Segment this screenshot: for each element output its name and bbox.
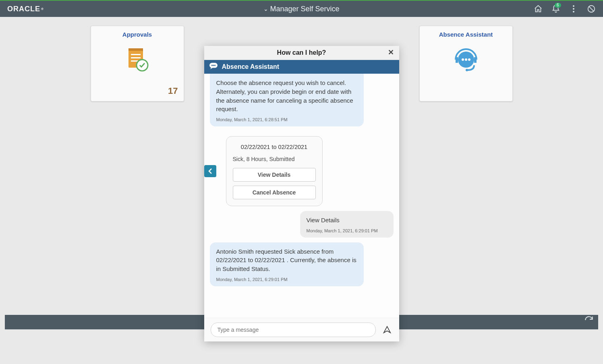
- card-date-range: 02/22/2021 to 02/22/2021: [233, 144, 316, 150]
- notification-badge: 6: [555, 3, 561, 8]
- oracle-logo: ORACLE®: [7, 5, 44, 13]
- send-icon[interactable]: [381, 324, 393, 335]
- view-details-button[interactable]: View Details: [233, 168, 316, 182]
- tile-count: 17: [168, 86, 178, 96]
- user-message: View Details Monday, March 1, 2021, 6:29…: [300, 211, 394, 238]
- message-text: Choose the absence request you wish to c…: [216, 79, 357, 114]
- svg-point-16: [211, 65, 212, 66]
- svg-rect-6: [131, 54, 141, 55]
- message-text: View Details: [307, 216, 387, 225]
- topbar-actions: 6: [533, 4, 603, 14]
- chat-subhead-text: Absence Assistant: [222, 63, 280, 70]
- carousel-prev-button[interactable]: [204, 165, 216, 177]
- tile-absence-assistant[interactable]: Absence Assistant: [419, 26, 513, 101]
- svg-point-13: [468, 58, 470, 61]
- svg-point-14: [466, 69, 468, 71]
- svg-point-0: [573, 5, 574, 7]
- refresh-icon[interactable]: [584, 315, 594, 327]
- nav-icon[interactable]: [586, 4, 597, 14]
- chat-input-row: [204, 318, 399, 341]
- absence-card: 02/22/2021 to 02/22/2021 Sick, 8 Hours, …: [226, 136, 323, 206]
- message-input[interactable]: [211, 323, 376, 337]
- svg-rect-7: [131, 57, 141, 58]
- card-carousel: 02/22/2021 to 02/22/2021 Sick, 8 Hours, …: [210, 136, 394, 206]
- chat-titlebar: How can I help? ✕: [204, 46, 399, 60]
- chat-subhead: Absence Assistant: [204, 60, 399, 74]
- cancel-absence-button[interactable]: Cancel Absence: [233, 186, 316, 199]
- assistant-icon: [420, 45, 512, 77]
- actions-menu-icon[interactable]: [568, 4, 579, 14]
- tile-title: Approvals: [91, 26, 184, 38]
- tile-approvals[interactable]: Approvals 17: [91, 26, 184, 101]
- svg-point-11: [462, 58, 464, 61]
- page-title: Manager Self Service: [270, 5, 339, 13]
- chat-body[interactable]: Choose the absence request you wish to c…: [204, 74, 399, 318]
- close-icon[interactable]: ✕: [386, 48, 396, 57]
- card-subtitle: Sick, 8 Hours, Submitted: [233, 156, 316, 162]
- chat-bubble-icon: [209, 62, 218, 71]
- svg-point-1: [573, 8, 574, 10]
- message-timestamp: Monday, March 1, 2021, 6:29:01 PM: [216, 277, 357, 283]
- approvals-icon: [91, 45, 184, 74]
- svg-point-12: [465, 58, 467, 61]
- chat-title-text: How can I help?: [277, 49, 326, 56]
- topbar: ORACLE® ⌄ Manager Self Service 6: [0, 0, 603, 17]
- message-text: Antonio Smith requested Sick absence fro…: [216, 247, 357, 273]
- message-timestamp: Monday, March 1, 2021, 6:28:51 PM: [216, 117, 357, 123]
- home-icon[interactable]: [533, 4, 543, 14]
- svg-point-2: [573, 11, 574, 12]
- bot-message: Choose the absence request you wish to c…: [210, 74, 364, 126]
- notifications-icon[interactable]: 6: [551, 4, 561, 14]
- tile-title: Absence Assistant: [420, 26, 512, 38]
- chevron-down-icon: ⌄: [263, 6, 268, 12]
- svg-point-17: [213, 65, 214, 66]
- svg-point-18: [214, 65, 216, 66]
- bot-message: Antonio Smith requested Sick absence fro…: [210, 242, 364, 286]
- page-dropdown[interactable]: ⌄ Manager Self Service: [263, 5, 339, 13]
- content: Approvals 17 Absence: [0, 17, 603, 334]
- message-timestamp: Monday, March 1, 2021, 6:29:01 PM: [307, 228, 387, 234]
- chat-window: How can I help? ✕ Absence Assistant Choo…: [204, 46, 399, 341]
